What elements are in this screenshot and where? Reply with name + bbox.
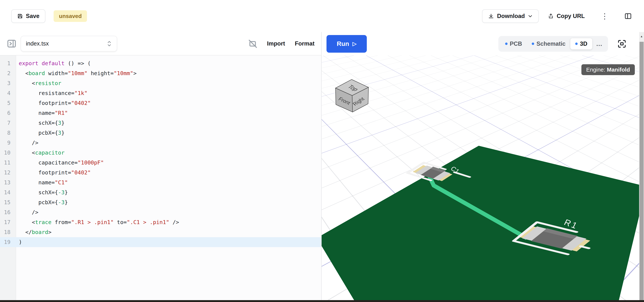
orientation-cube[interactable]: Top Front Right [336,79,368,112]
line-number: 10 [0,148,16,158]
tab-dot-icon [532,42,534,45]
scrollbar-thumb[interactable] [640,42,644,302]
code-line[interactable]: 9 /> [0,138,321,148]
code-line-content: <resistor [16,78,61,88]
tab-label: PCB [510,40,522,47]
more-options-button[interactable]: ⋮ [596,12,613,20]
code-line[interactable]: 12 footprint="0402" [0,168,321,178]
chevron-down-icon [528,14,533,18]
code-line-content: name="R1" [16,108,68,118]
tabs-overflow-button[interactable]: … [592,40,606,47]
code-line-content: /> [16,138,38,148]
file-selector[interactable]: index.tsx [20,36,117,51]
code-line-content: schX={3} [16,118,64,128]
fullscreen-icon [617,38,627,49]
code-line-content: schX={-3} [16,188,68,197]
play-icon: ▷ [352,41,357,47]
app-header: Save unsaved Download [0,0,644,32]
code-line-content: <trace from=".R1 > .pin1" to=".C1 > .pin… [16,217,179,227]
code-line[interactable]: 17 <trace from=".R1 > .pin1" to=".C1 > .… [0,217,321,227]
code-line-content: footprint="0402" [16,168,91,178]
main-split: index.tsx Import Forma [0,32,644,302]
line-number: 8 [0,128,16,138]
code-line[interactable]: 5 footprint="0402" [0,98,321,108]
code-line[interactable]: 11 capacitance="1000pF" [0,158,321,168]
pcb-board[interactable] [322,146,644,302]
vertical-scrollbar[interactable]: ▲ [639,32,644,302]
bottom-edge-strip [0,300,644,302]
line-number: 7 [0,118,16,128]
engine-badge-value: Manifold [607,66,630,73]
import-button[interactable]: Import [267,40,285,47]
copy-url-button-label: Copy URL [557,13,585,19]
code-line[interactable]: 4 resistance="1k" [0,88,321,98]
code-editor[interactable]: 1export default () => (2 <board width="1… [0,55,321,302]
run-button-label: Run [337,40,349,47]
code-line[interactable]: 2 <board width="10mm" height="10mm"> [0,68,321,78]
code-line-content: </board> [16,227,52,237]
download-button[interactable]: Download [482,9,539,23]
tab-dot-icon [505,42,508,45]
code-line[interactable]: 16 /> [0,207,321,217]
tab-label: Schematic [536,40,566,47]
tab-3d[interactable]: 3D [570,38,592,49]
line-number: 14 [0,188,16,197]
panel-expand-icon [7,38,16,49]
layout-panel-toggle-button[interactable] [620,12,636,20]
scroll-up-arrow-icon[interactable]: ▲ [639,35,644,38]
editor-panel: index.tsx Import Forma [0,32,322,302]
save-button[interactable]: Save [11,9,45,23]
collapse-sidebar-button[interactable] [7,38,16,49]
viewer-panel: Run ▷ PCBSchematic3D… [322,32,644,302]
run-button[interactable]: Run ▷ [326,35,367,53]
code-line-content: name="C1" [16,178,68,188]
copy-url-button[interactable]: Copy URL [542,9,591,23]
slashed-format-icon [248,39,257,48]
line-number: 9 [0,138,16,148]
line-number: 15 [0,197,16,207]
line-number: 13 [0,178,16,188]
code-lines: 1export default () => (2 <board width="1… [0,55,321,247]
viewer-toolbar: Run ▷ PCBSchematic3D… [322,32,644,55]
code-line[interactable]: 7 schX={3} [0,118,321,128]
line-number: 4 [0,88,16,98]
code-line-content: /> [16,207,38,217]
unsaved-status-badge: unsaved [54,10,87,22]
format-on-run-disabled-button[interactable] [248,39,257,48]
code-line[interactable]: 6 name="R1" [0,108,321,118]
fullscreen-button[interactable] [617,38,627,49]
code-line-content: pcbX={3} [16,128,64,138]
code-line[interactable]: 19) [0,237,321,247]
share-icon [548,13,554,19]
kebab-menu-icon: ⋮ [601,12,608,20]
code-line[interactable]: 8 pcbX={3} [0,128,321,138]
line-number: 17 [0,217,16,227]
code-line[interactable]: 1export default () => ( [0,58,321,68]
code-line-content: export default () => ( [16,58,91,68]
code-line[interactable]: 13 name="C1" [0,178,321,188]
code-line-content: capacitance="1000pF" [16,158,104,168]
tscircuit-editor-app: Save unsaved Download [0,0,644,302]
unfold-chevrons-icon [107,40,112,47]
code-line[interactable]: 10 <capacitor [0,148,321,158]
code-line-content: <capacitor [16,148,64,158]
3d-scene: C1 R1 [322,55,644,302]
line-number: 2 [0,68,16,78]
header-left-group: Save unsaved [11,9,87,23]
split-panel-icon [624,12,632,20]
format-button[interactable]: Format [295,40,314,47]
code-line[interactable]: 14 schX={-3} [0,188,321,197]
code-line-content: pcbX={-3} [16,197,68,207]
code-line[interactable]: 18 </board> [0,227,321,237]
code-line[interactable]: 3 <resistor [0,78,321,88]
code-line[interactable]: 15 pcbX={-3} [0,197,321,207]
tab-schematic[interactable]: Schematic [527,38,570,49]
tab-pcb[interactable]: PCB [500,38,527,49]
view-controls-group: PCBSchematic3D… [498,36,627,52]
code-line-content: ) [16,237,22,247]
3d-viewport[interactable]: C1 R1 [322,55,644,302]
download-icon [488,13,494,19]
line-number: 6 [0,108,16,118]
line-number: 5 [0,98,16,108]
save-icon [17,13,23,19]
